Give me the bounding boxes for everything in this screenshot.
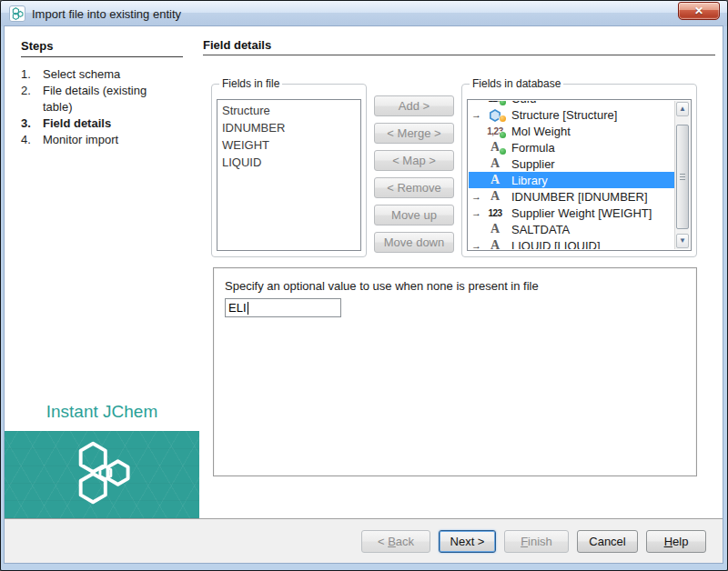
fields-in-database-group: Fields in database 123 CdId → (461, 84, 697, 257)
decimal-field-icon: 1,23 (482, 124, 508, 138)
fields-in-file-group: Fields in file Structure IDNUMBER WEIGHT… (211, 84, 367, 257)
db-field-row-structure[interactable]: → Structure [Structure] (469, 106, 677, 123)
db-field-row-formula[interactable]: A Formula (469, 139, 677, 155)
db-field-row-supplier-weight[interactable]: → 123 Supplier Weight [WEIGHT] (469, 205, 677, 221)
add-button[interactable]: Add > (374, 95, 454, 116)
list-item[interactable]: IDNUMBER (217, 119, 360, 136)
step-field-details-current: 3. Field details (21, 115, 185, 132)
move-down-button[interactable]: Move down (374, 232, 454, 253)
list-item[interactable]: WEIGHT (217, 136, 360, 154)
indexed-badge-icon (500, 132, 506, 138)
integer-field-icon: 123 (482, 101, 508, 105)
merge-button[interactable]: < Merge > (374, 123, 454, 144)
scrollbar-thumb[interactable] (676, 125, 689, 229)
warning-badge-icon (500, 115, 506, 122)
field-details-panel: Field details Fields in file Structure I… (199, 26, 723, 518)
move-up-button[interactable]: Move up (374, 205, 454, 225)
help-button[interactable]: Help (646, 530, 706, 553)
step-select-schema: 1. Select schema (21, 66, 185, 83)
remove-button[interactable]: < Remove (374, 177, 454, 198)
finish-button[interactable]: Finish (504, 530, 569, 553)
text-caret (248, 302, 248, 315)
step-monitor-import: 4. Monitor import (21, 132, 185, 148)
optional-value-box: Specify an optional value to use when no… (213, 267, 697, 476)
text-field-icon: A (482, 156, 508, 171)
text-field-icon: A (482, 222, 508, 236)
mapped-arrow-icon: → (470, 207, 482, 218)
import-wizard-dialog: Import file into existing entity ✕ Steps… (0, 0, 728, 571)
wizard-button-bar: < Back Next > Finish Cancel Help (5, 518, 723, 563)
header-divider (203, 55, 715, 55)
step-file-details: 2. File details (existing table) (21, 83, 185, 115)
vertical-scrollbar[interactable]: ▲ ▼ (674, 101, 690, 249)
mapped-arrow-icon: → (470, 191, 482, 202)
db-field-row-supplier[interactable]: A Supplier (469, 155, 677, 172)
next-button[interactable]: Next > (439, 530, 496, 553)
text-field-icon: A (482, 173, 508, 187)
brand-wordmark: Instant JChem (5, 402, 199, 422)
indexed-badge-icon (500, 101, 506, 105)
text-field-icon: A (482, 238, 508, 249)
jchem-hexagons-logo-icon (62, 436, 142, 514)
optional-value-input[interactable]: ELI (225, 298, 341, 317)
db-field-row-idnumber[interactable]: → A IDNUMBER [IDNUMBER] (469, 188, 677, 205)
list-item[interactable]: Structure (217, 100, 360, 119)
fields-in-database-label: Fields in database (470, 77, 563, 90)
db-field-row-liquid[interactable]: → A LIQUID [LIQUID] (469, 237, 677, 249)
steps-list: 1. Select schema 2. File details (existi… (21, 66, 185, 148)
back-button[interactable]: < Back (361, 530, 430, 553)
steps-sidebar: Steps 1. Select schema 2. File details (… (5, 26, 199, 518)
fields-in-database-list[interactable]: 123 CdId → Structure [Structure] (467, 99, 692, 251)
scroll-up-icon[interactable]: ▲ (676, 102, 689, 116)
cancel-button[interactable]: Cancel (577, 530, 638, 553)
close-button[interactable]: ✕ (678, 2, 720, 20)
title-bar[interactable]: Import file into existing entity ✕ (1, 1, 727, 26)
list-item[interactable]: LIQUID (217, 154, 360, 171)
db-field-row-mol-weight[interactable]: 1,23 Mol Weight (469, 123, 677, 139)
fields-in-file-label: Fields in file (219, 77, 282, 90)
mapped-arrow-icon: → (470, 240, 482, 249)
optional-value-label: Specify an optional value to use when no… (225, 279, 539, 293)
page-title: Field details (203, 38, 271, 52)
map-button[interactable]: < Map > (374, 150, 454, 171)
db-field-row-saltdata[interactable]: A SALTDATA (469, 221, 677, 237)
app-icon (9, 5, 25, 22)
mapped-arrow-icon: → (470, 109, 482, 120)
db-field-row-library-selected[interactable]: A Library (469, 172, 677, 188)
indexed-badge-icon (500, 148, 506, 155)
text-field-icon: A (482, 189, 508, 204)
scroll-down-icon[interactable]: ▼ (676, 234, 689, 248)
steps-header: Steps (21, 39, 183, 57)
structure-field-icon (482, 107, 508, 122)
integer-field-icon: 123 (482, 205, 508, 220)
brand-panel (5, 431, 199, 518)
text-field-icon: A (482, 140, 508, 155)
window-title: Import file into existing entity (32, 7, 181, 21)
fields-in-file-list[interactable]: Structure IDNUMBER WEIGHT LIQUID (217, 99, 361, 251)
